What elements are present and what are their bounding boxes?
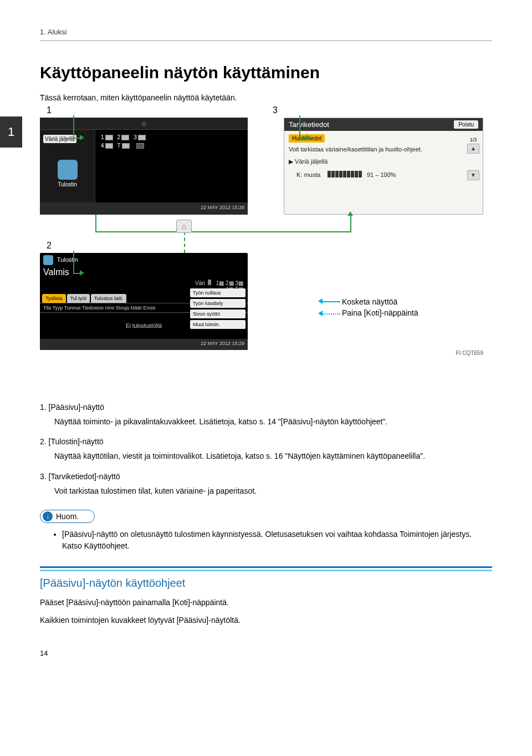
figure-code: FI CQT659 [456, 350, 483, 356]
legend: Kosketa näyttöä Paina [Koti]-näppäintä [342, 297, 418, 319]
supplies-title: Tarviketiedot [289, 120, 329, 129]
screen-printer: Tulostin Valmis Väri 1▦ 2▦ 3▦4▦ T▦ Työli… [40, 253, 248, 350]
tray-T: T [117, 143, 121, 149]
note-icon: ↓ [43, 511, 53, 521]
tray-3: 3 [134, 134, 137, 140]
btn-form-feed[interactable]: Sivun syöttö [190, 309, 245, 318]
section-p2: Kaikkien toimintojen kuvakkeet löytyvät … [40, 614, 492, 626]
btn-other-ops[interactable]: Muut toimin. [190, 320, 245, 329]
scroll-up-button[interactable]: ▲ [467, 144, 479, 154]
intro-text: Tässä kerrotaan, miten käyttöpaneelin nä… [40, 93, 492, 102]
running-header: 1. Aluksi [40, 28, 492, 36]
screen-home: ⌂ Väriä jäljellä Tulostin 1 2 3 [40, 118, 248, 215]
toner-k-label: K: musta [289, 171, 328, 178]
screen-supplies: Tarviketiedot Poistu Huoltotiedot Voit t… [284, 118, 483, 215]
callout-3: 3 [273, 105, 278, 115]
tab-printjobs[interactable]: Tul.työt [67, 294, 90, 303]
panel1-timestamp: 22 MAY 2012 15:28 [40, 202, 248, 215]
printer-status: Valmis [40, 267, 248, 280]
note-bullet: [Pääsivu]-näyttö on oletusnäyttö tulosti… [62, 529, 492, 552]
diagram: 1 3 2 ⌂ Väriä jäljellä Tulostin 1 2 3 [40, 109, 483, 386]
chapter-tab: 1 [0, 116, 22, 148]
section-instructions: [Pääsivu]-näytön käyttöohjeet [40, 566, 492, 596]
printer-label: Tulostin [43, 181, 91, 187]
section-title: [Pääsivu]-näytön käyttöohjeet [40, 571, 492, 596]
list-item-2: 2. [Tulostin]-näyttö Näyttää käyttötilan… [40, 437, 492, 461]
page-number: 14 [40, 649, 492, 657]
btn-job-reset[interactable]: Työn nollaus [190, 288, 245, 297]
list-item-3: 3. [Tarviketiedot]-näyttö Voit tarkistaa… [40, 472, 492, 496]
header-rule [40, 40, 492, 41]
legend-touch: Kosketa näyttöä [342, 297, 397, 306]
toner-percent: 91 – 100% [367, 171, 396, 178]
tab-printsettings[interactable]: Tulostus laitt. [91, 294, 127, 303]
section-p1: Pääset [Pääsivu]-näyttöön painamalla [Ko… [40, 596, 492, 608]
page-title: Käyttöpaneelin näytön käyttäminen [40, 63, 492, 82]
home-icon: ⌂ [142, 119, 146, 127]
home-key-icon: ⌂ [176, 220, 192, 233]
exit-button[interactable]: Poistu [454, 120, 478, 129]
tray-1: 1 [101, 134, 104, 140]
btn-job-process[interactable]: Työn käsittely [190, 299, 245, 308]
printer-icon[interactable] [58, 160, 78, 180]
toner-remaining-button[interactable]: Väriä jäljellä [43, 135, 76, 143]
printer-header: Tulostin [57, 256, 78, 263]
tab-joblist[interactable]: Työlista [42, 294, 66, 303]
scroll-down-button[interactable]: ▼ [467, 170, 479, 180]
tray-2: 2 [117, 134, 121, 140]
toner-meter [328, 171, 362, 179]
page-indicator: 1/3 [467, 137, 479, 143]
printer-icon [43, 255, 53, 265]
callout-1: 1 [47, 105, 52, 115]
list-item-1: 1. [Pääsivu]-näyttö Näyttää toiminto- ja… [40, 403, 492, 427]
tray-4: 4 [101, 143, 104, 149]
callout-2: 2 [47, 241, 52, 251]
legend-home: Paina [Koti]-näppäintä [342, 308, 418, 317]
toner-remaining-label: Väriä jäljellä [295, 158, 328, 165]
panel2-timestamp: 22 MAY 2012 15:29 [40, 339, 248, 350]
supplies-info-text: Voit tarkistaa väriaine/kasettitilan ja … [289, 146, 478, 153]
note-badge: ↓ Huom. [40, 510, 95, 523]
toner-header: Väri [195, 280, 205, 286]
